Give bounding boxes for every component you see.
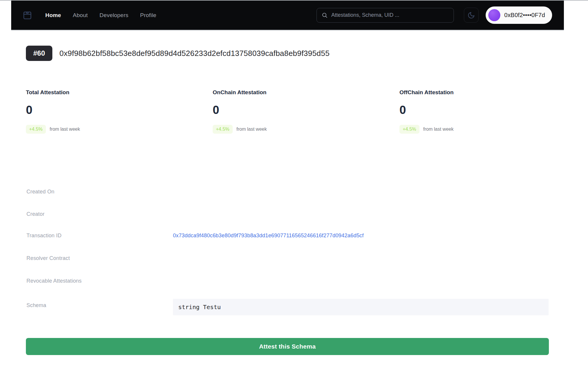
transaction-id-link[interactable]: 0x73ddca9f480c6b3e80d9f793b8a3dd1e690771… — [173, 231, 364, 240]
page: Home About Developers Profile 0x — [0, 0, 588, 373]
schema-number-badge: #60 — [26, 46, 52, 61]
wallet-button[interactable]: 0xB0f2••••0F7d — [486, 6, 552, 24]
detail-label-created-on: Created On — [26, 187, 54, 196]
schema-definition-box: string Testu — [173, 299, 549, 315]
schema-uid: 0x9f98b62bf58bc53e8def95d89d4d526233d2ef… — [59, 49, 329, 58]
delta-note: from last week — [423, 127, 454, 132]
detail-label-schema: Schema — [26, 301, 46, 310]
detail-label-transaction-id: Transaction ID — [26, 231, 61, 240]
detail-label-revocable-attestations: Revocable Attestations — [26, 276, 82, 285]
nav-links: Home About Developers Profile — [45, 12, 156, 19]
schema-definition-value: string Testu — [178, 304, 221, 311]
stat-card-offchain: OffChain Attestation 0 +4.5% from last w… — [399, 89, 586, 134]
schema-header: #60 0x9f98b62bf58bc53e8def95d89d4d526233… — [26, 46, 329, 61]
stat-title: OffChain Attestation — [399, 89, 586, 96]
theme-toggle-button[interactable] — [464, 8, 479, 23]
stat-title: OnChain Attestation — [213, 89, 399, 96]
delta-badge: +4.5% — [26, 125, 46, 134]
delta-note: from last week — [50, 127, 80, 132]
detail-label-resolver-contract: Resolver Contract — [26, 254, 70, 263]
stat-card-total: Total Attestation 0 +4.5% from last week — [26, 89, 213, 134]
nav-item-developers[interactable]: Developers — [99, 12, 128, 19]
search-box[interactable] — [317, 8, 454, 23]
stat-title: Total Attestation — [26, 89, 213, 96]
wallet-address: 0xB0f2••••0F7d — [504, 12, 545, 19]
attest-schema-button[interactable]: Attest this Schema — [26, 338, 549, 355]
avatar — [488, 9, 500, 21]
nav-item-about[interactable]: About — [73, 12, 88, 19]
stat-value: 0 — [26, 103, 213, 117]
nav-item-home[interactable]: Home — [45, 12, 61, 19]
search-input[interactable] — [331, 12, 449, 18]
nav-item-profile[interactable]: Profile — [140, 12, 156, 19]
stat-card-onchain: OnChain Attestation 0 +4.5% from last we… — [213, 89, 399, 134]
delta-badge: +4.5% — [213, 125, 233, 134]
stat-value: 0 — [213, 103, 399, 117]
moon-icon — [467, 11, 475, 19]
stat-value: 0 — [399, 103, 586, 117]
delta-badge: +4.5% — [399, 125, 419, 134]
package-icon[interactable] — [22, 10, 32, 20]
navbar: Home About Developers Profile 0x — [11, 1, 564, 30]
delta-note: from last week — [236, 127, 267, 132]
search-icon — [322, 12, 328, 19]
detail-label-creator: Creator — [26, 210, 44, 218]
stats-row: Total Attestation 0 +4.5% from last week… — [26, 89, 586, 134]
